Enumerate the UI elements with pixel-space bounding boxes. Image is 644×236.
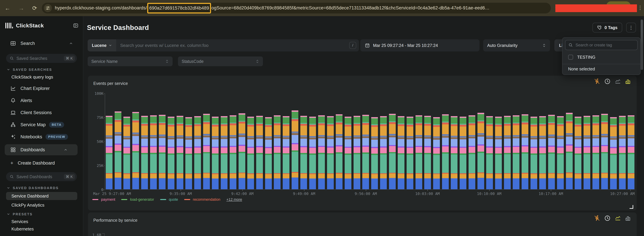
bar-column[interactable] [150,115,157,189]
legend-item-load-generator[interactable]: load-generator [121,197,154,202]
bar-column[interactable] [132,112,139,189]
url-bar[interactable]: hyperdx.clickhouse-staging.com/dashboard… [42,3,551,14]
bar-chart-icon[interactable] [625,78,631,84]
saved-dashboard-item-clickpy-analytics[interactable]: ClickPy Analytics [0,203,83,207]
bar-column[interactable] [460,117,466,189]
panel-resize-handle[interactable] [630,205,633,209]
tag-option-testing[interactable]: TESTING [565,53,638,62]
bar-column[interactable] [371,117,378,189]
bar-column[interactable] [345,117,352,189]
bar-column[interactable] [478,113,484,189]
saved-dashboards-header[interactable]: SAVED DASHBOARDS [0,186,83,190]
checkbox[interactable] [568,55,573,60]
bar-column[interactable] [318,115,325,189]
bar-column[interactable] [468,115,475,189]
bar-column[interactable] [601,114,608,189]
bar-column[interactable] [362,115,369,189]
browser-menu-icon[interactable]: ⋮ [638,5,643,11]
scrollbar-thumb[interactable] [641,20,643,70]
bar-column[interactable] [628,115,634,189]
bar-column[interactable] [292,110,298,189]
legend-item-quote[interactable]: quote [160,197,178,202]
bar-column[interactable] [336,114,342,189]
event-search-input[interactable] [116,43,349,48]
bar-column[interactable] [504,116,511,189]
bar-column[interactable] [283,116,290,189]
tag-search-input[interactable] [576,43,634,47]
bar-column[interactable] [398,116,404,189]
sidebar-item-search[interactable]: Search [0,39,83,48]
bar-column[interactable] [300,116,307,189]
bar-column[interactable] [584,116,590,189]
bar-column[interactable] [354,116,360,189]
line-chart-icon[interactable] [615,215,621,221]
sidebar-collapse-icon[interactable] [73,23,78,28]
service-name-filter[interactable]: Service Name [88,57,172,66]
saved-dashboard-item-service-dashboard[interactable]: Service Dashboard [6,192,77,200]
bar-column[interactable] [486,116,493,189]
chevron-up-icon[interactable] [69,42,73,45]
chevron-up-icon[interactable] [64,148,68,152]
bar-column[interactable] [522,114,528,189]
bar-column[interactable] [530,117,537,189]
presets-header[interactable]: PRESETS [0,212,83,216]
sidebar-item-client-sessions[interactable]: Client Sessions [0,108,83,117]
sidebar-item-chart-explorer[interactable]: Chart Explorer [0,84,83,93]
saved-search-item-clickstack-query-logs[interactable]: ClickStack query logs [0,75,83,79]
bar-column[interactable] [176,116,183,189]
granularity-select[interactable]: Auto Granularity [483,39,550,52]
preset-item-services[interactable]: Services [0,219,83,224]
bar-column[interactable] [115,111,122,189]
line-chart-icon[interactable] [615,78,621,84]
alert-disabled-icon[interactable] [594,78,600,84]
sidebar-item-service-map[interactable]: Service MapBETA [0,120,83,129]
bar-column[interactable] [106,116,112,189]
bar-column[interactable] [247,117,254,189]
bar-column[interactable] [256,116,263,189]
date-range-input[interactable]: Mar 25 09:27:24 - Mar 25 10:27:24 [360,39,480,52]
bar-column[interactable] [124,117,130,189]
sidebar-item-alerts[interactable]: Alerts [0,96,83,105]
bar-column[interactable] [203,114,210,189]
alert-disabled-icon[interactable] [594,215,600,221]
bar-column[interactable] [141,116,148,189]
bar-column[interactable] [610,117,617,189]
bar-chart-icon[interactable] [625,215,631,221]
forward-icon[interactable]: → [18,5,24,12]
bar-column[interactable] [513,115,520,189]
bar-column[interactable] [495,117,502,189]
create-dashboard-button[interactable]: + Create Dashboard [0,159,83,167]
bar-column[interactable] [221,116,228,189]
bar-column[interactable] [380,116,387,189]
bar-column[interactable] [265,117,272,189]
bar-column[interactable] [212,117,218,189]
clock-icon[interactable] [604,215,610,221]
tags-button[interactable]: 0 Tags [592,23,622,33]
bar-column[interactable] [539,116,546,189]
query-language-select[interactable]: Lucene [88,39,116,52]
bar-column[interactable] [159,115,166,189]
bar-column[interactable] [575,117,582,189]
bar-column[interactable] [619,116,626,189]
bar-column[interactable] [592,115,599,189]
bar-column[interactable] [168,117,174,189]
bar-column[interactable] [274,115,280,189]
clock-icon[interactable] [604,78,610,84]
saved-searches-header[interactable]: SAVED SEARCHES [0,67,83,72]
bar-column[interactable] [389,114,396,189]
reload-icon[interactable]: ⟳ [32,5,37,12]
site-settings-icon[interactable] [44,4,52,12]
bar-column[interactable] [194,116,201,189]
back-icon[interactable]: ← [5,5,10,12]
preset-item-kubernetes[interactable]: Kubernetes [0,226,83,231]
bar-column[interactable] [416,115,422,189]
bar-column[interactable] [185,117,192,189]
sidebar-item-notebooks[interactable]: NotebooksPREVIEW [0,132,83,142]
bar-column[interactable] [309,117,316,189]
legend-more-link[interactable]: +12 more [226,197,242,202]
saved-searches-input[interactable]: Saved Searches ⌘ K [6,54,77,63]
sidebar-item-dashboards[interactable]: Dashboards [5,144,78,155]
bar-column[interactable] [548,115,555,189]
bar-column[interactable] [424,116,431,189]
dashboard-menu-button[interactable]: ⋮ [626,23,636,33]
